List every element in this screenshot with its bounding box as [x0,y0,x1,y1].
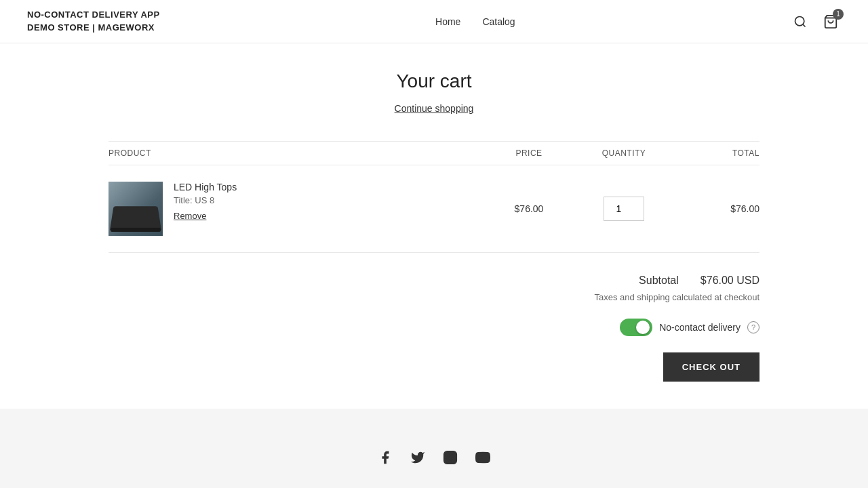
toggle-track [620,319,652,336]
remove-button[interactable]: Remove [174,211,237,221]
toggle-thumb [636,321,650,334]
col-price: PRICE [488,148,570,158]
product-name: LED High Tops [174,182,237,192]
nav-home[interactable]: Home [435,16,460,27]
product-cell: LED High Tops Title: US 8 Remove [108,182,488,236]
youtube-icon[interactable] [475,449,491,466]
nav-catalog[interactable]: Catalog [482,16,515,27]
footer [0,409,868,488]
cart-button[interactable]: 1 [821,12,841,32]
cart-row: LED High Tops Title: US 8 Remove $76.00 … [108,165,760,253]
search-icon [793,15,807,28]
subtotal-value: $76.00 USD [701,274,760,287]
nocontact-row: No-contact delivery ? [620,319,760,336]
product-variant: Title: US 8 [174,195,237,205]
continue-shopping-link[interactable]: Continue shopping [108,103,760,114]
facebook-icon[interactable] [377,449,393,466]
nocontact-toggle[interactable] [620,319,652,336]
store-name: NO-CONTACT DELIVERY APP DEMO STORE | MAG… [27,9,160,33]
col-quantity: QUANTITY [570,148,678,158]
svg-point-0 [795,16,804,25]
col-total: TOTAL [678,148,760,158]
search-button[interactable] [791,12,810,31]
item-total: $76.00 [678,203,760,214]
nocontact-info-icon[interactable]: ? [747,321,760,333]
main-nav: Home Catalog [435,16,515,27]
cart-badge: 1 [833,9,844,20]
subtotal-label: Subtotal [639,274,679,287]
col-product: PRODUCT [108,148,488,158]
subtotal-row: Subtotal $76.00 USD [639,274,760,287]
product-image [108,182,163,236]
svg-line-1 [803,24,806,26]
item-price: $76.00 [488,203,570,214]
cart-table-header: PRODUCT PRICE QUANTITY TOTAL [108,141,760,165]
product-info: LED High Tops Title: US 8 Remove [174,182,237,221]
header-icons: 1 [791,12,841,32]
cart-summary: Subtotal $76.00 USD Taxes and shipping c… [108,274,760,382]
social-icons [14,449,854,466]
tax-shipping-note: Taxes and shipping calculated at checkou… [594,292,760,302]
instagram-icon[interactable] [442,449,458,466]
quantity-cell [570,197,678,221]
nocontact-label: No-contact delivery [659,322,741,333]
checkout-button[interactable]: CHECK OUT [663,352,760,382]
twitter-icon[interactable] [410,449,426,466]
quantity-input[interactable] [604,197,644,221]
page-title: Your cart [108,70,760,92]
